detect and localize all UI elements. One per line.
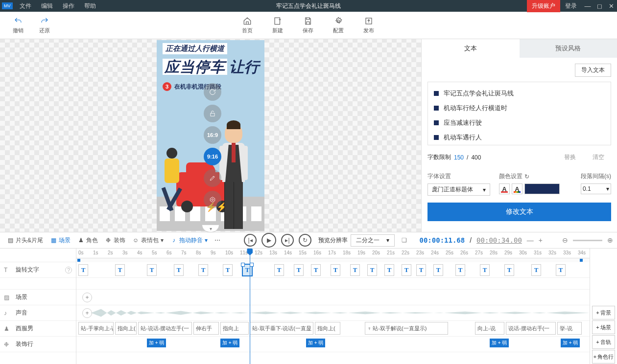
text-list[interactable]: 牢记五点学会礼让斑马线 机动车行经人行横道时 应当减速行驶 机动车遇行人 bbox=[427, 82, 611, 145]
undo-button[interactable]: 撤销 bbox=[5, 17, 31, 34]
total-time[interactable]: 00:00:34.00 bbox=[476, 236, 522, 244]
text-track[interactable]: 🔈 TTTTTTTTTTTTTTTTTTTTTT bbox=[76, 262, 590, 278]
ratio-16-9[interactable]: 16:9 bbox=[204, 126, 221, 144]
decor-clip[interactable]: 加 + 弱 bbox=[220, 339, 239, 347]
decor-track[interactable]: 加 + 弱加 + 弱加 + 弱加 + 弱加 + 弱 bbox=[76, 337, 590, 352]
more-button[interactable]: ⋯ bbox=[212, 237, 223, 244]
mode-emoji[interactable]: ☺表情包 ▾ bbox=[129, 236, 166, 245]
character-clip[interactable]: 说话-摆动右手(一 bbox=[506, 322, 556, 335]
character-clip[interactable]: 指向上( bbox=[315, 322, 340, 335]
timeline-tracks[interactable]: 0s1s2s3s4s5s6s7s8s9s10s11s12s13s14s15s16… bbox=[76, 249, 590, 364]
track-label-character[interactable]: ♟西服男 bbox=[0, 321, 76, 337]
redo-button[interactable]: 还原 bbox=[31, 17, 58, 34]
track-label-audio[interactable]: ♪声音 bbox=[0, 305, 76, 321]
track-label-scene[interactable]: ▨场景 bbox=[0, 290, 76, 305]
font-select[interactable]: 庞门正道标题体▾ bbox=[427, 183, 490, 196]
timeline-ruler[interactable]: 0s1s2s3s4s5s6s7s8s9s10s11s12s13s14s15s16… bbox=[76, 249, 590, 258]
decor-clip[interactable]: 加 + 弱 bbox=[306, 339, 325, 347]
color-swatch[interactable] bbox=[524, 183, 560, 194]
text-keyframe[interactable]: T bbox=[504, 264, 514, 276]
tab-text[interactable]: 文本 bbox=[422, 39, 520, 58]
lock-tool[interactable] bbox=[204, 105, 221, 122]
decor-clip[interactable]: 加 + 弱 bbox=[490, 339, 509, 347]
text-keyframe[interactable]: T bbox=[223, 264, 233, 276]
tab-preset[interactable]: 预设风格 bbox=[520, 39, 617, 58]
text-keyframe[interactable]: T bbox=[402, 264, 411, 276]
save-button[interactable]: 保存 bbox=[295, 17, 321, 34]
mode-character[interactable]: ♟角色 bbox=[74, 236, 101, 245]
clear-link[interactable]: 清空 bbox=[586, 152, 611, 162]
ratio-9-16[interactable]: 9:16 bbox=[204, 148, 221, 165]
loop-button[interactable]: ↻ bbox=[299, 234, 311, 247]
menu-action[interactable]: 操作 bbox=[58, 2, 79, 10]
decor-clip[interactable]: 加 + 弱 bbox=[561, 339, 580, 347]
text-keyframe[interactable]: T bbox=[531, 264, 541, 276]
scene-track[interactable]: + bbox=[76, 290, 590, 305]
character-clip[interactable]: 指向上 bbox=[220, 322, 249, 335]
add-character-row-button[interactable]: + 角色行 bbox=[592, 350, 615, 364]
character-clip[interactable]: 伸右手 bbox=[193, 322, 219, 335]
text-outline-button[interactable]: A bbox=[512, 183, 522, 194]
text-keyframe[interactable]: T bbox=[480, 264, 490, 276]
text-keyframe[interactable]: T bbox=[433, 264, 443, 276]
import-text-button[interactable]: 导入文本 bbox=[575, 64, 611, 77]
character-clip[interactable]: ♀ 站-双手解说(一直显示) bbox=[365, 322, 448, 335]
text-keyframe[interactable]: T bbox=[147, 264, 157, 276]
text-keyframe[interactable]: T bbox=[416, 264, 426, 276]
zoom-slider[interactable] bbox=[573, 240, 602, 241]
layers-icon[interactable]: ❏ bbox=[402, 237, 407, 244]
text-keyframe[interactable]: T bbox=[367, 264, 377, 276]
settings-tool[interactable] bbox=[204, 191, 221, 208]
menu-help[interactable]: 帮助 bbox=[79, 2, 101, 10]
character-clip[interactable]: 指向上( bbox=[115, 322, 137, 335]
play-button[interactable]: ▶ bbox=[261, 233, 276, 248]
close-button[interactable]: ✕ bbox=[605, 2, 617, 10]
text-keyframe[interactable]: T bbox=[331, 264, 340, 276]
text-keyframe[interactable]: T bbox=[274, 264, 284, 276]
help-icon[interactable]: ? bbox=[65, 267, 72, 273]
preview-res-select[interactable]: 二分之一▾ bbox=[351, 234, 395, 247]
text-keyframe[interactable]: T bbox=[174, 264, 184, 276]
refresh-tool[interactable] bbox=[204, 83, 221, 101]
duration-increase[interactable]: + bbox=[539, 236, 543, 244]
mode-drag-mute[interactable]: ♪拖动静音 ▾ bbox=[167, 236, 211, 245]
text-keyframe[interactable]: T bbox=[455, 264, 465, 276]
text-keyframe[interactable]: T bbox=[115, 264, 125, 276]
character-clip[interactable]: 挙-说 bbox=[557, 322, 582, 335]
playhead[interactable] bbox=[250, 249, 250, 364]
track-label-text[interactable]: T旋转文字? bbox=[0, 262, 76, 278]
text-keyframe[interactable]: T bbox=[78, 264, 88, 276]
text-item[interactable]: 应当减速行驶 bbox=[432, 115, 607, 130]
character-clip[interactable]: 站-手掌向上-说话(一直显 bbox=[78, 322, 114, 335]
canvas-area[interactable]: 正在通过人行横道 应当停车让行 3 在机非机混行路段 ⚡⚡ bbox=[0, 39, 421, 232]
text-keyframe[interactable]: T bbox=[242, 264, 252, 276]
add-audio-track-button[interactable]: + 音轨 bbox=[592, 335, 615, 349]
reset-color-icon[interactable]: ↻ bbox=[524, 173, 529, 180]
add-scene-button[interactable]: + bbox=[82, 293, 92, 302]
login-button[interactable]: 登录 bbox=[560, 2, 582, 10]
spacing-input[interactable]: 0.1▾ bbox=[581, 183, 611, 194]
add-audio-button[interactable]: + bbox=[82, 308, 92, 318]
text-item[interactable]: 机动车遇行人 bbox=[432, 130, 607, 145]
mode-scene[interactable]: ▦场景 bbox=[47, 236, 73, 245]
zoom-in-button[interactable]: ⊕ bbox=[607, 236, 613, 244]
timeline-range[interactable] bbox=[76, 258, 590, 262]
audio-track[interactable]: + bbox=[76, 305, 590, 321]
edit-tool[interactable] bbox=[204, 169, 221, 187]
menu-edit[interactable]: 编辑 bbox=[36, 2, 58, 10]
modify-text-button[interactable]: 修改文本 bbox=[427, 203, 611, 221]
decor-clip[interactable]: 加 + 弱 bbox=[147, 339, 166, 347]
character-clip[interactable]: 站-说话-摆动左手(一 bbox=[138, 322, 192, 335]
new-button[interactable]: 新建 bbox=[264, 17, 291, 34]
duration-decrease[interactable]: — bbox=[527, 236, 534, 244]
mode-intro-outro[interactable]: ▤片头&片尾 bbox=[4, 236, 46, 245]
minimize-button[interactable]: — bbox=[582, 2, 593, 10]
publish-button[interactable]: 发布 bbox=[356, 17, 382, 34]
text-item[interactable]: 牢记五点学会礼让斑马线 bbox=[432, 86, 607, 101]
character-clip[interactable]: 站-双手垂下-说话(一直显 bbox=[250, 322, 313, 335]
canvas-expand-handle[interactable]: ▾ bbox=[202, 225, 219, 232]
zoom-out-button[interactable]: ⊖ bbox=[562, 236, 568, 244]
track-label-decor[interactable]: ❉装饰行 bbox=[0, 337, 76, 352]
upgrade-button[interactable]: 升级账户 bbox=[527, 0, 560, 12]
character-track[interactable]: 站-手掌向上-说话(一直显指向上(站-说话-摆动左手(一伸右手指向上站-双手垂下… bbox=[76, 321, 590, 337]
